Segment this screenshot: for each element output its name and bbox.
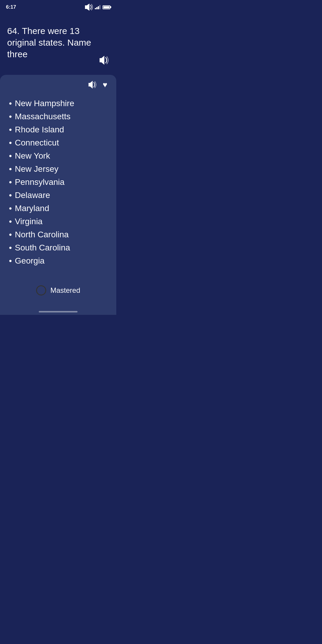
svg-marker-0 <box>85 4 89 11</box>
question-audio-button[interactable] <box>98 56 109 66</box>
state-list-item: New York <box>9 149 107 162</box>
home-bar <box>39 311 78 312</box>
mastered-button[interactable]: Mastered <box>9 285 107 295</box>
svg-marker-6 <box>88 81 92 89</box>
state-list-item: Connecticut <box>9 136 107 149</box>
state-list-item: Rhode Island <box>9 123 107 136</box>
state-list-item: Maryland <box>9 202 107 215</box>
state-list-item: Delaware <box>9 189 107 202</box>
status-bar: 6:17 <box>0 0 116 13</box>
favorite-button[interactable]: ♥ <box>103 81 107 90</box>
state-list-item: New Jersey <box>9 162 107 176</box>
states-list: New HampshireMassachusettsRhode IslandCo… <box>9 97 107 267</box>
state-list-item: Pennsylvania <box>9 176 107 189</box>
svg-rect-2 <box>96 7 97 9</box>
state-list-item: Massachusetts <box>9 110 107 123</box>
question-section: 64. There were 13 original states. Name … <box>0 13 116 75</box>
svg-rect-3 <box>98 6 99 9</box>
state-list-item: North Carolina <box>9 228 107 241</box>
volume-icon-answer <box>87 81 97 89</box>
mastered-label: Mastered <box>50 286 80 295</box>
answer-card: ♥ New HampshireMassachusettsRhode Island… <box>0 75 116 307</box>
state-list-item: Virginia <box>9 215 107 228</box>
battery-icon <box>103 5 110 9</box>
volume-icon <box>98 56 109 65</box>
state-list-item: New Hampshire <box>9 97 107 110</box>
status-time: 6:17 <box>6 4 16 10</box>
answer-audio-button[interactable] <box>87 81 97 90</box>
question-text: 64. There were 13 original states. Name … <box>7 25 109 60</box>
home-indicator-bar <box>0 307 116 315</box>
svg-rect-4 <box>99 5 100 9</box>
svg-rect-1 <box>95 8 96 9</box>
state-list-item: Georgia <box>9 254 107 267</box>
mastered-circle <box>36 285 46 295</box>
svg-marker-5 <box>100 56 104 65</box>
signal-icon <box>84 3 93 12</box>
state-list-item: South Carolina <box>9 241 107 254</box>
battery-fill <box>103 6 109 8</box>
signal-bars-icon <box>95 5 101 9</box>
status-icons <box>84 3 110 12</box>
card-top-icons: ♥ <box>9 81 107 90</box>
